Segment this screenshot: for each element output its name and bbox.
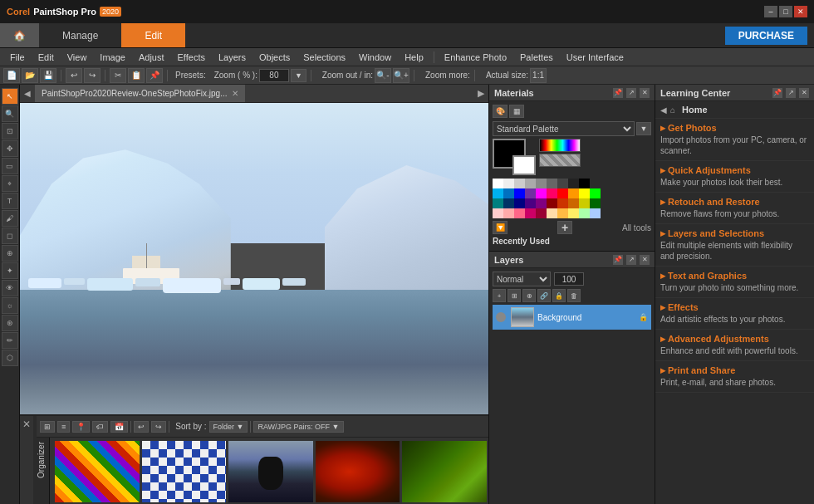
color-lt-yellow[interactable] [568,208,579,218]
menu-layers[interactable]: Layers [212,51,253,64]
tab-nav-left[interactable]: ◀ [20,85,35,102]
color-wine[interactable] [536,208,547,218]
file-tab[interactable]: PaintShopPro2020Review-OneStepPhotoFix.j… [35,85,245,102]
layer-item-background[interactable]: Background 🔒 [493,305,651,330]
background-color[interactable] [512,155,536,175]
color-teal[interactable] [493,198,503,208]
color-darkgray[interactable] [557,179,568,188]
color-lt-blue[interactable] [590,208,601,218]
learn-item-print[interactable]: Print and Share Print, e-mail, and share… [655,361,814,393]
menu-user-interface[interactable]: User Interface [560,51,630,64]
tb-paste[interactable]: 📌 [146,68,163,83]
org-thumb-5[interactable] [402,441,487,502]
learning-float-btn[interactable]: ↗ [786,88,796,98]
rawjpg-pairs-btn[interactable]: RAW/JPG Pairs: OFF ▼ [253,421,343,433]
color-blue2[interactable] [514,188,525,198]
color-rose[interactable] [514,208,525,218]
org-btn-map[interactable]: 📍 [72,421,90,433]
layer-duplicate-btn[interactable]: ⊕ [522,289,536,302]
zoom-in-btn[interactable]: 🔍+ [393,68,409,83]
file-tab-close[interactable]: ✕ [232,89,238,98]
tool-freehand[interactable]: ⌖ [2,175,18,192]
maximize-button[interactable]: □ [779,6,792,17]
color-blue1[interactable] [503,188,514,198]
add-color-btn[interactable]: + [557,221,572,234]
color-peach[interactable] [547,208,557,218]
materials-float-btn[interactable]: ↗ [626,88,636,98]
opacity-input[interactable] [554,272,584,286]
tool-arrow[interactable]: ↖ [2,88,18,105]
menu-selections[interactable]: Selections [297,51,352,64]
layer-new-btn[interactable]: + [493,289,506,302]
zoom-dropdown-btn[interactable]: ▼ [291,69,306,82]
org-thumb-1[interactable] [55,441,140,502]
menu-palettes[interactable]: Palettes [513,51,560,64]
learning-pin-btn[interactable]: 📌 [772,88,782,98]
layer-delete-btn[interactable]: 🗑 [567,289,581,302]
learn-item-retouch[interactable]: Retouch and Restore Remove flaws from yo… [655,193,814,224]
tool-warp[interactable]: ⊛ [2,315,18,331]
color-vermilion[interactable] [557,198,568,208]
org-thumb-4[interactable] [316,441,400,502]
tool-eraser[interactable]: ◻ [2,228,18,244]
color-orange[interactable] [568,188,579,198]
zoom-input[interactable] [259,69,289,82]
tab-edit[interactable]: Edit [121,23,185,47]
color-dark-purple[interactable] [536,198,547,208]
tb-redo[interactable]: ↪ [84,68,101,83]
learning-back-btn[interactable]: ◀ [660,105,667,115]
org-thumb-2[interactable] [142,441,227,502]
color-gray3[interactable] [547,179,557,188]
tab-home[interactable]: 🏠 [0,23,39,47]
layer-lock-btn[interactable]: 🔒 [552,289,566,302]
tool-red-eye[interactable]: 👁 [2,280,18,296]
org-btn-calendar[interactable]: 📅 [110,421,128,433]
sort-folder-btn[interactable]: Folder ▼ [209,421,248,433]
color-red[interactable] [557,188,568,198]
tb-copy[interactable]: 📋 [128,68,145,83]
color-pink[interactable] [503,208,514,218]
color-lightgray2[interactable] [514,179,525,188]
learn-item-quick-adjust[interactable]: Quick Adjustments Make your photos look … [655,161,814,193]
color-indigo[interactable] [525,198,536,208]
tool-move[interactable]: ✥ [2,140,18,157]
color-gray2[interactable] [536,179,547,188]
pattern-swatch[interactable] [539,154,581,167]
tool-heal[interactable]: ✦ [2,262,18,279]
org-thumb-3[interactable] [228,441,313,502]
eyedropper-btn[interactable]: 🔽 [493,221,508,234]
mat-gradient-btn[interactable]: ▦ [509,105,524,118]
tb-open[interactable]: 📂 [22,68,38,83]
color-lightgray1[interactable] [503,179,514,188]
org-btn-detailview[interactable]: ≡ [57,421,70,433]
color-burnt-orange[interactable] [568,198,579,208]
tool-clone[interactable]: ⊕ [2,245,18,262]
close-button[interactable]: ✕ [794,6,807,17]
tab-expand[interactable]: ▶ [473,85,488,102]
menu-file[interactable]: File [3,51,32,64]
menu-enhance-photo[interactable]: Enhance Photo [438,51,513,64]
layers-pin-btn[interactable]: 📌 [613,255,623,265]
tb-save[interactable]: 💾 [40,68,56,83]
learn-item-advanced[interactable]: Advanced Adjustments Enhance and edit wi… [655,330,814,361]
color-black[interactable] [579,179,590,188]
menu-effects[interactable]: Effects [171,51,212,64]
palette-select[interactable]: Standard Palette [493,121,635,136]
color-gray1[interactable] [525,179,536,188]
tool-draw[interactable]: ✏ [2,332,18,349]
materials-close-btn[interactable]: ✕ [640,88,650,98]
gradient-swatch[interactable] [539,139,581,152]
menu-objects[interactable]: Objects [253,51,297,64]
tool-text[interactable]: T [2,193,18,209]
minimize-button[interactable]: – [764,6,777,17]
color-magenta[interactable] [536,188,547,198]
tb-undo[interactable]: ↩ [66,68,82,83]
color-gold[interactable] [557,208,568,218]
menu-window[interactable]: Window [352,51,398,64]
color-navy[interactable] [514,198,525,208]
tb-new[interactable]: 📄 [3,68,20,83]
tb-cut[interactable]: ✂ [110,68,126,83]
tool-object[interactable]: ⬡ [2,350,18,366]
zoom-out-btn[interactable]: 🔍- [375,68,391,83]
color-purple[interactable] [525,188,536,198]
